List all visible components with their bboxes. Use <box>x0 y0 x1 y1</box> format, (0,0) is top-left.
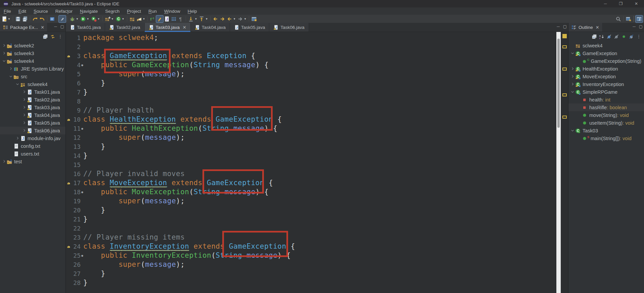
code-line-9[interactable]: 9// Player health <box>66 106 568 115</box>
chevron-right-icon[interactable] <box>570 82 575 87</box>
java-perspective-button[interactable]: J <box>636 15 643 23</box>
code-line-26[interactable]: 26 super(message); <box>66 260 568 269</box>
code-line-11[interactable]: 11● public HealthException(String messag… <box>66 124 568 133</box>
minimize-view-icon[interactable]: ─ <box>557 24 560 29</box>
mark-occurrences-button[interactable] <box>59 15 66 23</box>
editor-tab-task04-java[interactable]: JTask04.java <box>191 23 230 32</box>
code-line-19[interactable]: 19 super(message); <box>66 197 568 206</box>
menu-refactor[interactable]: Refactor <box>52 8 76 14</box>
menu-help[interactable]: Help <box>184 8 201 14</box>
dropdown-arrow-icon[interactable]: ▼ <box>244 17 246 20</box>
code-line-14[interactable]: 14} <box>66 151 568 160</box>
run-button[interactable]: ▼ <box>80 15 90 23</box>
menu-run[interactable]: Run <box>145 8 160 14</box>
explorer-item-test[interactable]: Jtest <box>0 158 65 165</box>
warning-marker-icon[interactable] <box>66 181 71 185</box>
menu-search[interactable]: Search <box>101 8 123 14</box>
code-line-20[interactable]: 20 } <box>66 206 568 215</box>
maximize-view-icon[interactable]: ▢ <box>60 24 64 29</box>
run-external-button[interactable]: ▼ <box>90 15 101 23</box>
explorer-item-sclweek4[interactable]: Jsclweek4 <box>0 57 65 65</box>
chevron-right-icon[interactable] <box>21 97 27 102</box>
explorer-item-sclweek3[interactable]: Jsclweek3 <box>0 49 65 57</box>
outline-item-main-string-[interactable]: Smain(String[]) : void <box>568 134 644 142</box>
view-menu-icon[interactable]: ⋮ <box>57 34 63 39</box>
maximize-view-icon[interactable]: ▢ <box>639 24 643 29</box>
dropdown-arrow-icon[interactable]: ▼ <box>194 17 197 20</box>
explorer-item-task01-java[interactable]: JTask01.java <box>0 88 65 96</box>
outline-item-simplerpgame[interactable]: CSimpleRPGame <box>568 88 644 96</box>
editor-tab-task05-java[interactable]: JTask05.java <box>230 23 269 32</box>
code-line-7[interactable]: 7} <box>66 88 568 97</box>
minimize-view-icon[interactable]: ─ <box>54 24 57 29</box>
sort-icon[interactable]: a z <box>599 34 604 39</box>
chevron-down-icon[interactable] <box>1 58 7 64</box>
javadoc-button[interactable]: J <box>163 15 170 23</box>
chevron-right-icon[interactable] <box>15 136 20 141</box>
debug-button[interactable]: ▼ <box>69 15 80 23</box>
warning-marker-icon[interactable] <box>66 117 71 122</box>
warning-ruler-marker-1[interactable] <box>562 34 567 38</box>
back-history-button[interactable] <box>212 15 219 23</box>
code-line-8[interactable]: 8 <box>66 97 568 106</box>
save-button[interactable] <box>14 15 21 23</box>
next-annotation-button[interactable]: ▼ <box>187 15 198 23</box>
menu-edit[interactable]: Edit <box>15 8 30 14</box>
outline-item-healthexception[interactable]: CHealthException <box>568 65 644 73</box>
code-line-1[interactable]: 1package sclweek4; <box>66 33 568 42</box>
new-class-button[interactable]: C▼ <box>115 15 126 23</box>
close-icon[interactable]: ✕ <box>41 25 44 30</box>
restore-window-button[interactable]: ❐ <box>613 0 629 7</box>
chevron-down-icon[interactable] <box>570 128 575 133</box>
new-java-project-button[interactable]: ▼ <box>104 15 115 23</box>
warning-marker-icon[interactable] <box>66 54 71 58</box>
code-line-24[interactable]: 24class InventoryException extends GameE… <box>66 242 568 251</box>
outline-item-useitem-string-[interactable]: useItem(String) : void <box>568 119 644 127</box>
explorer-item-config-txt[interactable]: config.txt <box>0 142 65 150</box>
outline-item-health[interactable]: health : int <box>568 96 644 103</box>
search-magnifier-button[interactable] <box>615 15 622 23</box>
dropdown-arrow-icon[interactable]: ▼ <box>87 17 89 20</box>
dropdown-arrow-icon[interactable]: ▼ <box>205 17 208 20</box>
explorer-item-users-txt[interactable]: users.txt <box>0 150 65 158</box>
code-editor[interactable]: 1package sclweek4;23class GameException … <box>66 32 568 293</box>
warning-marker-icon[interactable] <box>66 244 71 249</box>
code-line-13[interactable]: 13 } <box>66 142 568 151</box>
tab-outline[interactable]: Outline ✕ <box>568 23 603 32</box>
code-line-18[interactable]: 18● public MoveException(String message)… <box>66 187 568 197</box>
outline-item-moveexception[interactable]: CMoveException <box>568 73 644 80</box>
outline-item-hasrifle[interactable]: hasRifle : boolean <box>568 103 644 111</box>
dropdown-arrow-icon[interactable]: ▼ <box>143 17 145 20</box>
explorer-item-task05-java[interactable]: JTask05.java <box>0 119 65 127</box>
back-button[interactable]: ▼ <box>226 15 237 23</box>
explorer-item-sclweek4[interactable]: sclweek4 <box>0 80 65 88</box>
format-source-button[interactable]: fc <box>149 15 156 23</box>
hide-local-types-icon[interactable] <box>629 34 634 39</box>
minimize-window-button[interactable]: ─ <box>598 0 613 7</box>
explorer-item-src[interactable]: src <box>0 73 65 80</box>
chevron-right-icon[interactable] <box>21 89 27 95</box>
open-search-button[interactable]: ▼ <box>136 15 146 23</box>
menu-source[interactable]: Source <box>30 8 52 14</box>
link-with-editor-icon[interactable] <box>50 34 55 39</box>
warning-ruler-marker-3[interactable] <box>562 68 567 71</box>
minimize-view-icon[interactable]: ─ <box>633 24 636 29</box>
outline-item-gameexception[interactable]: CGameException <box>568 49 644 57</box>
outline-item-gameexception-string-[interactable]: CGameException(String) <box>568 57 644 65</box>
prev-annotation-button[interactable]: ▼ <box>198 15 209 23</box>
menu-project[interactable]: Project <box>123 8 145 14</box>
maximize-view-icon[interactable]: ▢ <box>563 24 567 29</box>
explorer-item-task04-java[interactable]: JTask04.java <box>0 111 65 119</box>
explorer-item-task02-java[interactable]: JTask02.java <box>0 96 65 103</box>
editor-tab-task06-java[interactable]: JTask06.java <box>269 23 309 32</box>
chevron-right-icon[interactable] <box>21 113 27 118</box>
code-line-6[interactable]: 6 } <box>66 79 568 88</box>
chevron-right-icon[interactable] <box>21 105 27 110</box>
hide-fields-icon[interactable] <box>606 34 612 39</box>
code-line-16[interactable]: 16// Player invalid moves <box>66 169 568 178</box>
code-line-27[interactable]: 27 } <box>66 269 568 278</box>
code-line-22[interactable]: 22 <box>66 224 568 233</box>
dropdown-arrow-icon[interactable]: ▼ <box>122 17 125 20</box>
chevron-down-icon[interactable] <box>8 74 13 79</box>
last-edit-button[interactable] <box>32 15 39 23</box>
